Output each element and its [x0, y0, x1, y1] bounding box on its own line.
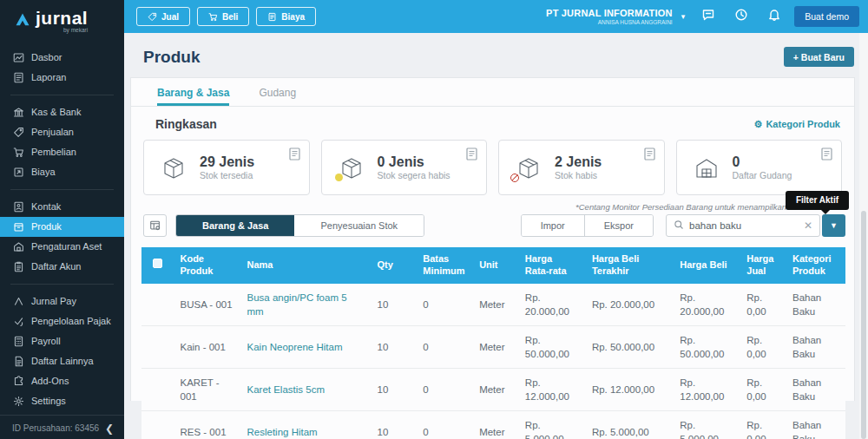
tab-barang-jasa[interactable]: Barang & Jasa: [157, 78, 229, 106]
sidebar-collapse-icon[interactable]: ❮: [105, 423, 114, 435]
history-clock-icon[interactable]: [728, 8, 754, 25]
table-row[interactable]: Kain - 001 Kain Neoprene Hitam 10 0 Mete…: [141, 325, 845, 368]
add-ons-icon: [12, 375, 24, 387]
product-link[interactable]: Karet Elastis 5cm: [247, 384, 325, 395]
sidebar-item-pengaturan-aset[interactable]: Pengaturan Aset: [0, 237, 124, 257]
col-harga-rata[interactable]: Harga Rata-rata: [518, 247, 585, 284]
report-doc-icon[interactable]: [821, 147, 832, 161]
product-table-wrap: Kode Produk Nama Qty Batas Minimum Unit …: [131, 237, 854, 439]
table-row[interactable]: BUSA - 001 Busa angin/PC foam 5 mm 10 0 …: [141, 284, 845, 326]
card-label: Stok habis: [555, 170, 602, 180]
table-row[interactable]: KARET - 001 Karet Elastis 5cm 10 0 Meter…: [141, 368, 845, 410]
sidebar-item-kontak[interactable]: Kontak: [0, 197, 124, 217]
segment-barang-jasa[interactable]: Barang & Jasa: [176, 215, 294, 236]
sidebar-item-label: Jurnal Pay: [31, 296, 76, 306]
buat-baru-button[interactable]: + Buat Baru: [784, 47, 854, 67]
sidebar-item-label: Kas & Bank: [31, 107, 81, 117]
sidebar-divider: [10, 284, 114, 285]
sidebar-item-dasbor[interactable]: Dasbor: [0, 48, 124, 68]
column-settings-button[interactable]: [143, 214, 167, 237]
ekspor-button[interactable]: Ekspor: [584, 215, 653, 236]
card-daftar-gudang[interactable]: 0 Daftar Gudang: [676, 140, 843, 195]
quick-jual-button[interactable]: Jual: [136, 7, 190, 26]
col-kode-produk[interactable]: Kode Produk: [173, 247, 240, 284]
impor-button[interactable]: Impor: [522, 215, 584, 236]
buat-demo-button[interactable]: Buat demo: [794, 6, 859, 27]
cell-kode: BUSA - 001: [173, 284, 240, 326]
jurnal-pay-icon: [12, 295, 24, 307]
product-link[interactable]: Busa angin/PC foam 5 mm: [247, 292, 347, 317]
topbar: Jual Beli Biaya PT JURNAL INFORMATION AN…: [124, 0, 868, 33]
report-doc-icon[interactable]: [644, 147, 655, 161]
sidebar-item-label: Daftar Lainnya: [31, 356, 94, 366]
cell-harga-beli: Rp. 12.000,00: [673, 368, 740, 410]
cell-kategori: Bahan Baku: [786, 325, 845, 368]
row-checkbox-cell[interactable]: [141, 284, 173, 326]
sidebar-item-daftar-akun[interactable]: Daftar Akun: [0, 257, 124, 277]
col-kategori-produk[interactable]: Kategori Produk: [786, 247, 845, 284]
col-harga-beli-terakhir[interactable]: Harga Beli Terakhir: [585, 247, 673, 284]
sidebar-item-daftar-lainnya[interactable]: Daftar Lainnya: [0, 351, 124, 371]
sidebar-item-settings[interactable]: Settings: [0, 391, 124, 411]
card-value: 29 Jenis: [200, 154, 254, 170]
col-batas-minimum[interactable]: Batas Minimum: [416, 247, 472, 284]
sidebar-item-biaya[interactable]: Biaya: [0, 162, 124, 182]
col-harga-jual[interactable]: Harga Jual: [740, 247, 786, 284]
sidebar-item-jurnal-pay[interactable]: Jurnal Pay: [0, 292, 124, 311]
scrollbar-thumb[interactable]: [861, 211, 866, 439]
product-link[interactable]: Kain Neoprene Hitam: [247, 342, 343, 352]
warning-dot: [335, 174, 343, 181]
col-qty[interactable]: Qty: [371, 247, 417, 284]
col-unit[interactable]: Unit: [472, 247, 518, 284]
sidebar-item-laporan[interactable]: Laporan: [0, 68, 124, 88]
report-doc-icon[interactable]: [466, 147, 477, 161]
select-all-checkbox[interactable]: [153, 259, 162, 268]
monitor-note: *Centang Monitor Persediaan Barang untuk…: [131, 195, 854, 213]
sidebar-item-label: Produk: [31, 221, 62, 232]
col-nama[interactable]: Nama: [240, 247, 371, 284]
row-checkbox-cell[interactable]: [141, 325, 173, 368]
notifications-bell-icon[interactable]: [761, 8, 787, 25]
quick-biaya-button[interactable]: Biaya: [256, 7, 316, 26]
account-caret-icon[interactable]: ▾: [681, 12, 686, 21]
sidebar-item-label: Pengaturan Aset: [31, 241, 102, 252]
box-icon: [160, 154, 189, 180]
kategori-produk-link[interactable]: ⚙ Kategori Produk: [754, 119, 840, 130]
import-export-group: Impor Ekspor: [521, 214, 654, 237]
sidebar-item-pembelian[interactable]: Pembelian: [0, 142, 124, 162]
card-stok-habis[interactable]: 2 Jenis Stok habis: [498, 140, 665, 195]
sidebar-item-produk[interactable]: Produk: [0, 217, 124, 237]
report-doc-icon[interactable]: [289, 147, 300, 161]
tab-gudang[interactable]: Gudang: [259, 78, 296, 106]
table-row[interactable]: RES - 001 Resleting Hitam 10 0 Meter Rp.…: [141, 411, 845, 439]
segment-penyesuaian-stok[interactable]: Penyesuaian Stok: [294, 215, 424, 236]
sidebar-item-kas-bank[interactable]: Kas & Bank: [0, 102, 124, 122]
row-checkbox-cell[interactable]: [141, 411, 173, 439]
filter-dropdown-button[interactable]: ▼: [822, 214, 845, 237]
card-stok-segera-habis[interactable]: 0 Jenis Stok segera habis: [321, 140, 488, 195]
chat-icon[interactable]: [695, 8, 721, 25]
clear-search-icon[interactable]: ✕: [797, 220, 819, 232]
sidebar-item-add-ons[interactable]: Add-Ons: [0, 371, 124, 391]
row-checkbox-cell[interactable]: [141, 368, 173, 410]
product-link[interactable]: Resleting Hitam: [247, 427, 318, 437]
gear-icon: ⚙: [754, 119, 763, 130]
search-input[interactable]: [689, 220, 797, 231]
jurnal-logo[interactable]: jurnal by mekari: [0, 0, 124, 39]
col-harga-beli[interactable]: Harga Beli: [673, 247, 740, 284]
sidebar-item-pengelolaan-pajak[interactable]: Pengelolaan Pajak: [0, 311, 124, 331]
accounts-icon: [12, 260, 24, 272]
vertical-scrollbar[interactable]: [859, 33, 868, 439]
sidebar-item-label: Add-Ons: [31, 376, 69, 386]
card-stok-tersedia[interactable]: 29 Jenis Stok tersedia: [143, 140, 310, 195]
sidebar-item-label: Penjualan: [31, 127, 74, 137]
cell-harga-beli: Rp. 50.000,00: [673, 325, 740, 368]
account-menu[interactable]: PT JURNAL INFORMATION ANNISA HUSNA ANGGR…: [546, 8, 673, 25]
sidebar-item-penjualan[interactable]: Penjualan: [0, 122, 124, 142]
company-name: PT JURNAL INFORMATION: [546, 8, 673, 19]
box-empty-icon: [515, 154, 544, 180]
card-label: Stok segera habis: [378, 170, 450, 180]
quick-beli-button[interactable]: Beli: [197, 7, 249, 26]
sidebar-item-payroll[interactable]: Payroll: [0, 331, 124, 351]
cell-harga-beli-terakhir: Rp. 12.000,00: [585, 368, 673, 410]
